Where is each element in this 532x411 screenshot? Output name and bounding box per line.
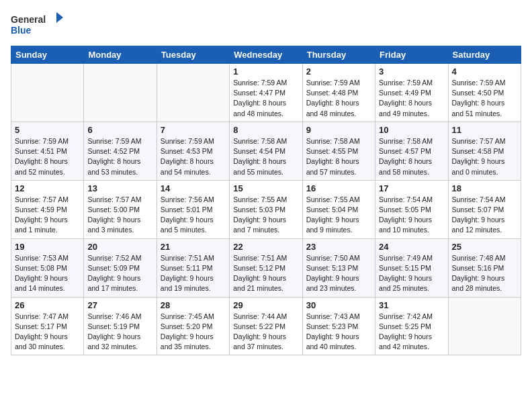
cell-content: Sunrise: 7:59 AM Sunset: 4:50 PM Dayligh… <box>452 78 517 119</box>
day-number: 1 <box>233 66 298 77</box>
calendar-cell: 30Sunrise: 7:43 AM Sunset: 5:23 PM Dayli… <box>302 297 375 355</box>
calendar-cell: 5Sunrise: 7:59 AM Sunset: 4:51 PM Daylig… <box>11 122 84 180</box>
cell-content: Sunrise: 7:50 AM Sunset: 5:13 PM Dayligh… <box>306 253 371 294</box>
day-number: 2 <box>306 66 371 77</box>
day-number: 29 <box>233 300 298 310</box>
cell-content: Sunrise: 7:58 AM Sunset: 4:54 PM Dayligh… <box>233 136 298 177</box>
calendar-cell: 26Sunrise: 7:47 AM Sunset: 5:17 PM Dayli… <box>11 297 84 355</box>
cell-content: Sunrise: 7:51 AM Sunset: 5:12 PM Dayligh… <box>233 253 298 294</box>
cell-content: Sunrise: 7:42 AM Sunset: 5:25 PM Dayligh… <box>379 312 444 353</box>
weekday-header-wednesday: Wednesday <box>230 46 302 64</box>
calendar-cell: 17Sunrise: 7:54 AM Sunset: 5:05 PM Dayli… <box>375 180 448 238</box>
day-number: 28 <box>161 300 226 310</box>
cell-content: Sunrise: 7:48 AM Sunset: 5:16 PM Dayligh… <box>452 253 517 294</box>
calendar-cell: 31Sunrise: 7:42 AM Sunset: 5:25 PM Dayli… <box>375 297 448 355</box>
cell-content: Sunrise: 7:55 AM Sunset: 5:03 PM Dayligh… <box>233 195 298 236</box>
calendar-cell: 12Sunrise: 7:57 AM Sunset: 4:59 PM Dayli… <box>11 180 84 238</box>
calendar-cell: 10Sunrise: 7:58 AM Sunset: 4:57 PM Dayli… <box>375 122 448 180</box>
day-number: 20 <box>87 242 152 252</box>
calendar-week-row: 12Sunrise: 7:57 AM Sunset: 4:59 PM Dayli… <box>11 180 521 238</box>
calendar-cell: 13Sunrise: 7:57 AM Sunset: 5:00 PM Dayli… <box>84 180 157 238</box>
calendar-week-row: 1Sunrise: 7:59 AM Sunset: 4:47 PM Daylig… <box>11 64 521 122</box>
day-number: 6 <box>87 125 152 135</box>
calendar-cell <box>84 64 157 122</box>
cell-content: Sunrise: 7:54 AM Sunset: 5:05 PM Dayligh… <box>379 195 444 236</box>
weekday-header-monday: Monday <box>84 46 157 64</box>
calendar-week-row: 19Sunrise: 7:53 AM Sunset: 5:08 PM Dayli… <box>11 238 521 297</box>
cell-content: Sunrise: 7:58 AM Sunset: 4:57 PM Dayligh… <box>379 136 444 177</box>
cell-content: Sunrise: 7:54 AM Sunset: 5:07 PM Dayligh… <box>452 195 517 236</box>
day-number: 8 <box>233 125 298 135</box>
cell-content: Sunrise: 7:45 AM Sunset: 5:20 PM Dayligh… <box>161 312 226 353</box>
weekday-header-sunday: Sunday <box>11 46 84 64</box>
calendar-cell: 25Sunrise: 7:48 AM Sunset: 5:16 PM Dayli… <box>448 238 521 297</box>
day-number: 5 <box>15 125 80 135</box>
day-number: 24 <box>379 242 444 252</box>
calendar-cell: 27Sunrise: 7:46 AM Sunset: 5:19 PM Dayli… <box>84 297 157 355</box>
calendar-header-row: SundayMondayTuesdayWednesdayThursdayFrid… <box>11 46 521 64</box>
day-number: 31 <box>379 300 444 310</box>
cell-content: Sunrise: 7:59 AM Sunset: 4:51 PM Dayligh… <box>15 136 80 177</box>
calendar-cell: 20Sunrise: 7:52 AM Sunset: 5:09 PM Dayli… <box>84 238 157 297</box>
calendar-cell: 18Sunrise: 7:54 AM Sunset: 5:07 PM Dayli… <box>448 180 521 238</box>
cell-content: Sunrise: 7:59 AM Sunset: 4:48 PM Dayligh… <box>306 78 371 119</box>
day-number: 27 <box>87 300 152 310</box>
day-number: 22 <box>233 242 298 252</box>
calendar-cell: 1Sunrise: 7:59 AM Sunset: 4:47 PM Daylig… <box>230 64 302 122</box>
day-number: 12 <box>15 183 80 193</box>
day-number: 30 <box>306 300 371 310</box>
calendar-cell: 7Sunrise: 7:59 AM Sunset: 4:53 PM Daylig… <box>157 122 229 180</box>
calendar-cell: 15Sunrise: 7:55 AM Sunset: 5:03 PM Dayli… <box>230 180 302 238</box>
calendar-cell <box>448 297 521 355</box>
cell-content: Sunrise: 7:59 AM Sunset: 4:49 PM Dayligh… <box>379 78 444 119</box>
day-number: 26 <box>15 300 80 310</box>
cell-content: Sunrise: 7:56 AM Sunset: 5:01 PM Dayligh… <box>161 195 226 236</box>
calendar-table: SundayMondayTuesdayWednesdayThursdayFrid… <box>11 46 521 355</box>
weekday-header-saturday: Saturday <box>448 46 521 64</box>
day-number: 16 <box>306 183 371 193</box>
cell-content: Sunrise: 7:52 AM Sunset: 5:09 PM Dayligh… <box>87 253 152 294</box>
cell-content: Sunrise: 7:47 AM Sunset: 5:17 PM Dayligh… <box>15 312 80 353</box>
day-number: 21 <box>161 242 226 252</box>
calendar-cell: 24Sunrise: 7:49 AM Sunset: 5:15 PM Dayli… <box>375 238 448 297</box>
day-number: 9 <box>306 125 371 135</box>
day-number: 17 <box>379 183 444 193</box>
calendar-cell: 2Sunrise: 7:59 AM Sunset: 4:48 PM Daylig… <box>302 64 375 122</box>
cell-content: Sunrise: 7:57 AM Sunset: 4:58 PM Dayligh… <box>452 136 517 177</box>
day-number: 14 <box>161 183 226 193</box>
day-number: 10 <box>379 125 444 135</box>
day-number: 25 <box>452 242 517 252</box>
day-number: 15 <box>233 183 298 193</box>
cell-content: Sunrise: 7:57 AM Sunset: 5:00 PM Dayligh… <box>87 195 152 236</box>
calendar-cell: 23Sunrise: 7:50 AM Sunset: 5:13 PM Dayli… <box>302 238 375 297</box>
calendar-cell: 3Sunrise: 7:59 AM Sunset: 4:49 PM Daylig… <box>375 64 448 122</box>
day-number: 13 <box>87 183 152 193</box>
svg-text:General: General <box>11 14 46 25</box>
cell-content: Sunrise: 7:51 AM Sunset: 5:11 PM Dayligh… <box>161 253 226 294</box>
calendar-week-row: 26Sunrise: 7:47 AM Sunset: 5:17 PM Dayli… <box>11 297 521 355</box>
day-number: 19 <box>15 242 80 252</box>
calendar-cell: 6Sunrise: 7:59 AM Sunset: 4:52 PM Daylig… <box>84 122 157 180</box>
calendar-cell: 4Sunrise: 7:59 AM Sunset: 4:50 PM Daylig… <box>448 64 521 122</box>
svg-marker-2 <box>56 12 63 23</box>
calendar-cell: 21Sunrise: 7:51 AM Sunset: 5:11 PM Dayli… <box>157 238 229 297</box>
weekday-header-friday: Friday <box>375 46 448 64</box>
calendar-cell <box>11 64 84 122</box>
cell-content: Sunrise: 7:59 AM Sunset: 4:53 PM Dayligh… <box>161 136 226 177</box>
cell-content: Sunrise: 7:46 AM Sunset: 5:19 PM Dayligh… <box>87 312 152 353</box>
calendar-cell <box>157 64 229 122</box>
cell-content: Sunrise: 7:55 AM Sunset: 5:04 PM Dayligh… <box>306 195 371 236</box>
day-number: 7 <box>161 125 226 135</box>
day-number: 3 <box>379 66 444 77</box>
cell-content: Sunrise: 7:49 AM Sunset: 5:15 PM Dayligh… <box>379 253 444 294</box>
calendar-cell: 11Sunrise: 7:57 AM Sunset: 4:58 PM Dayli… <box>448 122 521 180</box>
page-header: General Blue <box>11 11 521 38</box>
logo: General Blue <box>11 11 64 38</box>
svg-text:Blue: Blue <box>11 25 32 36</box>
calendar-cell: 22Sunrise: 7:51 AM Sunset: 5:12 PM Dayli… <box>230 238 302 297</box>
calendar-cell: 16Sunrise: 7:55 AM Sunset: 5:04 PM Dayli… <box>302 180 375 238</box>
cell-content: Sunrise: 7:53 AM Sunset: 5:08 PM Dayligh… <box>15 253 80 294</box>
weekday-header-thursday: Thursday <box>302 46 375 64</box>
cell-content: Sunrise: 7:43 AM Sunset: 5:23 PM Dayligh… <box>306 312 371 353</box>
day-number: 23 <box>306 242 371 252</box>
